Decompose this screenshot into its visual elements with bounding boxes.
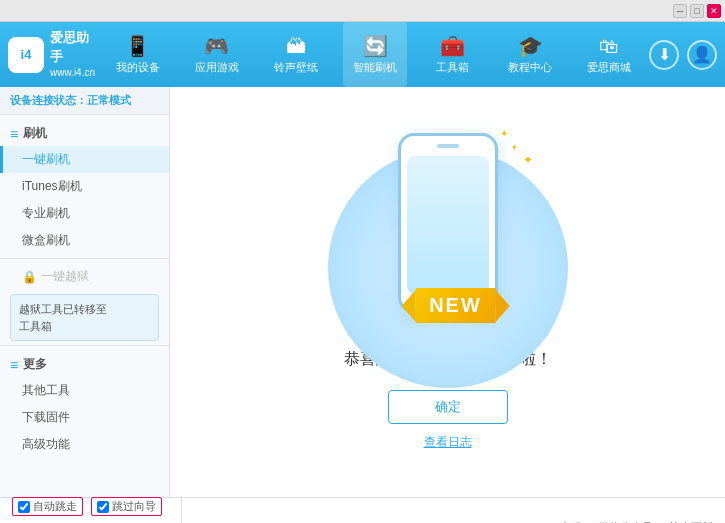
nav-item-my-device[interactable]: 📱 我的设备 [106, 22, 170, 87]
sidebar-item-advanced[interactable]: 高级功能 [0, 431, 169, 458]
nav-actions: ⬇ 👤 [649, 40, 717, 70]
close-button[interactable]: ✕ [707, 4, 721, 18]
main-content: 设备连接状态：正常模式 ≡ 刷机 一键刷机 iTunes刷机 专业刷机 微盒刷机… [0, 87, 725, 497]
user-button[interactable]: 👤 [687, 40, 717, 70]
flash-section-title: ≡ 刷机 [0, 121, 169, 146]
bottom-left: 自动跳走 跳过向导 📱 iPhone 12 mini 64GB Down-12m… [12, 498, 182, 523]
more-section: ≡ 更多 其他工具 下载固件 高级功能 [0, 352, 169, 458]
nav-label-wallpaper: 铃声壁纸 [274, 60, 318, 75]
nav-label-mall: 爱思商城 [587, 60, 631, 75]
nav-label-my-device: 我的设备 [116, 60, 160, 75]
mall-icon: 🛍 [599, 35, 619, 58]
more-section-title: ≡ 更多 [0, 352, 169, 377]
sidebar-item-download-fw[interactable]: 下载固件 [0, 404, 169, 431]
nav-item-tutorials[interactable]: 🎓 教程中心 [498, 22, 562, 87]
lock-icon: 🔒 [22, 270, 37, 284]
auto-jump-input[interactable] [18, 501, 30, 513]
sparkle-1: ✦ [523, 153, 533, 167]
bottom-bar: 自动跳走 跳过向导 📱 iPhone 12 mini 64GB Down-12m… [0, 497, 725, 523]
sidebar-item-one-key[interactable]: 一键刷机 [0, 146, 169, 173]
sidebar-item-micro-flash[interactable]: 微盒刷机 [0, 227, 169, 254]
sparkle-2: ✦ [511, 143, 518, 152]
auto-jump-label: 自动跳走 [33, 499, 77, 514]
minimize-button[interactable]: ─ [673, 4, 687, 18]
tutorial-link[interactable]: 查看日志 [424, 434, 472, 451]
confirm-button[interactable]: 确定 [388, 390, 508, 424]
sidebar-item-pro-flash[interactable]: 专业刷机 [0, 200, 169, 227]
nav-bar: i4 爱思助手 www.i4.cn 📱 我的设备 🎮 应用游戏 🏔 铃声壁纸 🔄… [0, 22, 725, 87]
skip-guide-checkbox[interactable]: 跳过向导 [91, 497, 162, 516]
logo-letter: i4 [21, 47, 32, 62]
divider-2 [0, 345, 169, 346]
more-section-icon: ≡ [10, 357, 18, 373]
flash-section: ≡ 刷机 一键刷机 iTunes刷机 专业刷机 微盒刷机 [0, 121, 169, 254]
sparkle-3: ✦ [500, 128, 508, 139]
skip-guide-label: 跳过向导 [112, 499, 156, 514]
nav-label-tools: 工具箱 [436, 60, 469, 75]
more-section-label: 更多 [23, 356, 47, 373]
nav-item-apps[interactable]: 🎮 应用游戏 [185, 22, 249, 87]
wallpaper-icon: 🏔 [286, 35, 306, 58]
logo-sub-text: www.i4.cn [50, 66, 98, 80]
nav-label-tutorials: 教程中心 [508, 60, 552, 75]
sidebar-item-jailbreak-disabled: 🔒 一键越狱 [0, 263, 169, 290]
flash-section-icon: ≡ [10, 126, 18, 142]
skip-guide-input[interactable] [97, 501, 109, 513]
new-badge: NEW [429, 294, 482, 317]
divider-1 [0, 258, 169, 259]
logo-icon: i4 [8, 37, 44, 73]
sidebar-item-itunes[interactable]: iTunes刷机 [0, 173, 169, 200]
download-button[interactable]: ⬇ [649, 40, 679, 70]
nav-label-smart-shop: 智能刷机 [353, 60, 397, 75]
nav-item-tools[interactable]: 🧰 工具箱 [423, 22, 483, 87]
logo-text: 爱思助手 www.i4.cn [50, 29, 98, 79]
maximize-button[interactable]: □ [690, 4, 704, 18]
tutorials-icon: 🎓 [518, 34, 543, 58]
sidebar: 设备连接状态：正常模式 ≡ 刷机 一键刷机 iTunes刷机 专业刷机 微盒刷机… [0, 87, 170, 497]
nav-items: 📱 我的设备 🎮 应用游戏 🏔 铃声壁纸 🔄 智能刷机 🧰 工具箱 🎓 教程中心… [98, 22, 649, 87]
flash-section-label: 刷机 [23, 125, 47, 142]
phone-wrap: NEW ✦ ✦ ✦ [368, 133, 528, 349]
status-label: 设备连接状态： [10, 94, 87, 106]
title-bar: ─ □ ✕ [0, 0, 725, 22]
auto-jump-checkbox[interactable]: 自动跳走 [12, 497, 83, 516]
status-bar: 设备连接状态：正常模式 [0, 87, 169, 115]
tools-icon: 🧰 [440, 34, 465, 58]
nav-item-smart-shop[interactable]: 🔄 智能刷机 [343, 22, 407, 87]
jailbreak-notice: 越狱工具已转移至工具箱 [10, 294, 159, 341]
apps-icon: 🎮 [204, 34, 229, 58]
logo-main-text: 爱思助手 [50, 29, 98, 65]
device-icon: 📱 [125, 34, 150, 58]
smart-shop-icon: 🔄 [363, 34, 388, 58]
content-area: NEW ✦ ✦ ✦ 恭喜您，保资料刷机成功啦！ 确定 查看日志 [170, 87, 725, 497]
status-value: 正常模式 [87, 94, 131, 106]
nav-item-wallpaper[interactable]: 🏔 铃声壁纸 [264, 22, 328, 87]
sidebar-item-other-tools[interactable]: 其他工具 [0, 377, 169, 404]
logo: i4 爱思助手 www.i4.cn [8, 29, 98, 79]
nav-item-mall[interactable]: 🛍 爱思商城 [577, 22, 641, 87]
nav-label-apps: 应用游戏 [195, 60, 239, 75]
checkboxes: 自动跳走 跳过向导 [12, 497, 173, 516]
